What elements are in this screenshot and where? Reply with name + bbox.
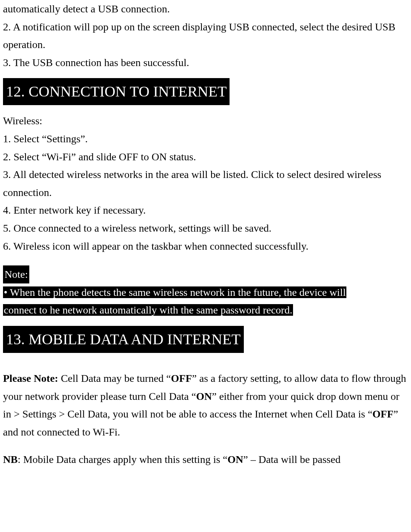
please-note-paragraph: Please Note: Cell Data may be turned “OF… bbox=[3, 369, 408, 441]
section-13-heading: 13. MOBILE DATA AND INTERNET bbox=[3, 326, 244, 353]
wireless-step-3: 3. All detected wireless networks in the… bbox=[3, 166, 408, 201]
please-note-text-a: Cell Data may be turned “ bbox=[58, 372, 171, 384]
nb-label: NB bbox=[3, 454, 18, 465]
usb-intro-line-2: 2. A notification will pop up on the scr… bbox=[3, 18, 408, 54]
nb-text-a: : Mobile Data charges apply when this se… bbox=[18, 454, 228, 465]
note-body: • When the phone detects the same wirele… bbox=[3, 283, 408, 319]
usb-intro-line-3: 3. The USB connection has been successfu… bbox=[3, 54, 408, 72]
usb-intro-line-1: automatically detect a USB connection. bbox=[3, 0, 408, 18]
wireless-step-1: 1. Select “Settings”. bbox=[3, 130, 408, 148]
wireless-label: Wireless: bbox=[3, 112, 408, 130]
note-label: Note: bbox=[3, 265, 29, 283]
wireless-step-4: 4. Enter network key if necessary. bbox=[3, 201, 408, 219]
section-12-heading: 12. CONNECTION TO INTERNET bbox=[3, 78, 230, 105]
off-bold-2: OFF bbox=[372, 408, 393, 420]
please-note-label: Please Note: bbox=[3, 372, 58, 384]
note-line-2: connect to he network automatically with… bbox=[3, 304, 293, 316]
wireless-step-6: 6. Wireless icon will appear on the task… bbox=[3, 237, 408, 255]
wireless-step-5: 5. Once connected to a wireless network,… bbox=[3, 219, 408, 237]
on-bold-2: ON bbox=[228, 454, 243, 465]
off-bold-1: OFF bbox=[171, 372, 192, 384]
on-bold-1: ON bbox=[196, 390, 212, 402]
wireless-step-2: 2. Select “Wi-Fi” and slide OFF to ON st… bbox=[3, 148, 408, 166]
nb-paragraph: NB: Mobile Data charges apply when this … bbox=[3, 451, 408, 469]
nb-text-b: ” – Data will be passed bbox=[243, 454, 341, 465]
note-line-1: • When the phone detects the same wirele… bbox=[3, 286, 346, 298]
